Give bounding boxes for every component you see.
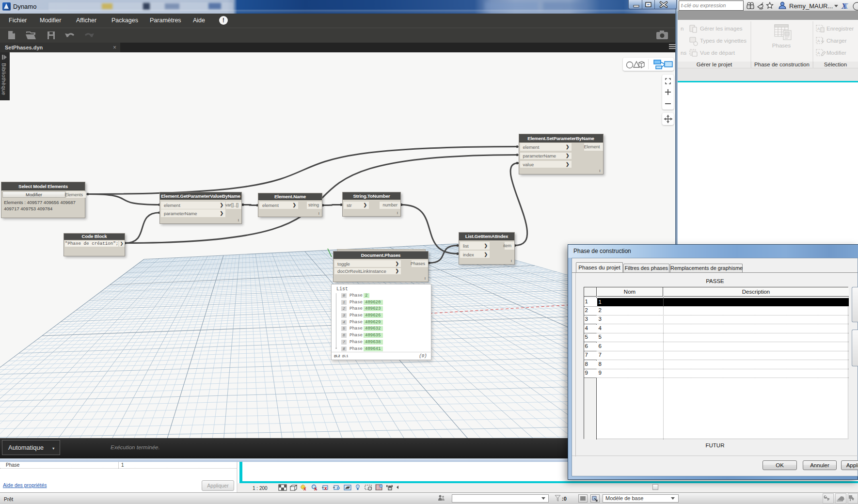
svg-text:Remy_MAUR...: Remy_MAUR... <box>789 2 833 10</box>
svg-text:x: x <box>324 486 327 491</box>
svg-text:X: X <box>842 2 848 10</box>
svg-text::0: :0 <box>562 496 567 502</box>
svg-text:x: x <box>314 486 317 491</box>
svg-text:x: x <box>303 486 306 491</box>
svg-text:A: A <box>817 39 820 43</box>
svg-text:A: A <box>817 51 820 55</box>
svg-text:A: A <box>817 27 820 31</box>
